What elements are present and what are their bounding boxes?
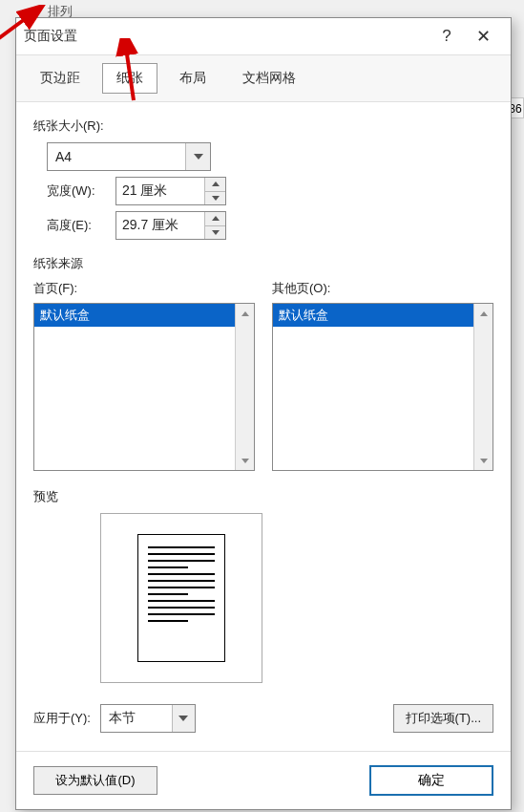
spin-down-icon[interactable] (205, 192, 225, 205)
width-value: 21 厘米 (122, 182, 204, 200)
scrollbar[interactable] (473, 304, 493, 470)
scroll-down-icon[interactable] (474, 451, 493, 470)
paper-source-heading: 纸张来源 (33, 255, 493, 272)
other-pages-listbox[interactable]: 默认纸盒 (272, 303, 493, 471)
tab-margins[interactable]: 页边距 (26, 63, 94, 94)
list-item[interactable]: 默认纸盒 (273, 304, 473, 327)
scrollbar[interactable] (235, 304, 254, 470)
first-page-listbox[interactable]: 默认纸盒 (33, 303, 255, 471)
spin-up-icon[interactable] (205, 212, 225, 226)
paper-size-select[interactable]: A4 (47, 142, 211, 171)
width-label: 宽度(W): (47, 182, 106, 200)
ok-button[interactable]: 确定 (369, 765, 493, 796)
first-page-label: 首页(F): (33, 280, 255, 297)
scroll-down-icon[interactable] (236, 451, 254, 470)
apply-to-select[interactable]: 本节 (100, 704, 196, 733)
tab-paper[interactable]: 纸张 (102, 63, 157, 94)
width-spinner[interactable] (204, 178, 225, 204)
apply-to-value: 本节 (109, 710, 172, 727)
preview-box (100, 513, 262, 683)
other-pages-label: 其他页(O): (272, 280, 493, 297)
scroll-track[interactable] (236, 323, 254, 451)
preview-heading: 预览 (33, 488, 493, 505)
preview-page-icon (137, 534, 225, 662)
height-label: 高度(E): (47, 217, 106, 234)
scroll-up-icon[interactable] (236, 304, 254, 323)
dialog-title: 页面设置 (24, 28, 429, 45)
page-setup-dialog: 页面设置 ? ✕ 页边距 纸张 布局 文档网格 纸张大小(R): A4 宽度(W… (15, 17, 512, 810)
chevron-down-icon[interactable] (185, 143, 210, 170)
paper-size-value: A4 (55, 149, 185, 164)
apply-to-label: 应用于(Y): (33, 710, 91, 727)
paper-size-label: 纸张大小(R): (33, 118, 493, 135)
scroll-track[interactable] (474, 323, 493, 451)
set-default-button[interactable]: 设为默认值(D) (33, 766, 157, 795)
close-icon[interactable]: ✕ (465, 26, 501, 47)
tabs: 页边距 纸张 布局 文档网格 (16, 54, 511, 102)
titlebar: 页面设置 ? ✕ (16, 18, 511, 54)
width-input[interactable]: 21 厘米 (115, 177, 226, 205)
tab-layout[interactable]: 布局 (165, 63, 220, 94)
tab-doc-grid[interactable]: 文档网格 (228, 63, 310, 94)
height-value: 29.7 厘米 (122, 217, 204, 234)
print-options-button[interactable]: 打印选项(T)... (393, 704, 493, 733)
height-spinner[interactable] (204, 212, 225, 239)
help-icon[interactable]: ? (429, 27, 465, 46)
spin-up-icon[interactable] (205, 178, 225, 192)
height-input[interactable]: 29.7 厘米 (115, 211, 226, 240)
chevron-down-icon[interactable] (172, 705, 195, 732)
dialog-footer: 设为默认值(D) 确定 (16, 751, 511, 809)
spin-down-icon[interactable] (205, 226, 225, 240)
list-item[interactable]: 默认纸盒 (34, 304, 235, 327)
scroll-up-icon[interactable] (474, 304, 493, 323)
